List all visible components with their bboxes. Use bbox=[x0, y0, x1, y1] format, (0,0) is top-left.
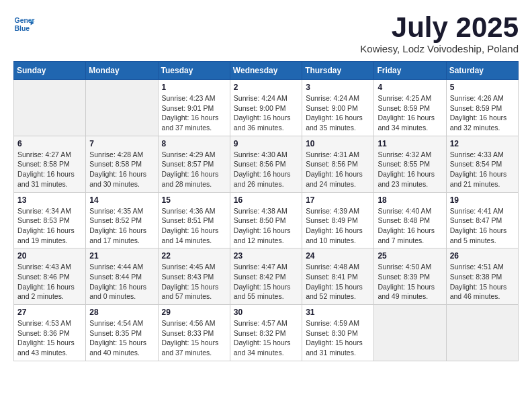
day-info: Sunrise: 4:44 AM Sunset: 8:44 PM Dayligh… bbox=[89, 262, 154, 302]
weekday-header-friday: Friday bbox=[374, 62, 446, 80]
title-block: July 2025 Kowiesy, Lodz Voivodeship, Pol… bbox=[360, 13, 519, 54]
day-number: 16 bbox=[234, 195, 298, 205]
svg-text:Blue: Blue bbox=[15, 25, 30, 32]
day-info: Sunrise: 4:24 AM Sunset: 9:00 PM Dayligh… bbox=[306, 93, 370, 133]
day-info: Sunrise: 4:59 AM Sunset: 8:30 PM Dayligh… bbox=[306, 318, 370, 358]
day-number: 8 bbox=[162, 139, 226, 148]
calendar-table: SundayMondayTuesdayWednesdayThursdayFrid… bbox=[13, 61, 519, 361]
calendar-week-row: 20Sunrise: 4:43 AM Sunset: 8:46 PM Dayli… bbox=[14, 248, 519, 305]
day-number: 11 bbox=[378, 139, 442, 148]
day-info: Sunrise: 4:54 AM Sunset: 8:35 PM Dayligh… bbox=[89, 318, 154, 358]
day-number: 5 bbox=[450, 83, 515, 92]
calendar-header: SundayMondayTuesdayWednesdayThursdayFrid… bbox=[14, 62, 519, 80]
day-info: Sunrise: 4:34 AM Sunset: 8:53 PM Dayligh… bbox=[17, 206, 82, 246]
calendar-cell: 12Sunrise: 4:33 AM Sunset: 8:54 PM Dayli… bbox=[446, 136, 518, 192]
day-number: 30 bbox=[234, 308, 298, 317]
day-info: Sunrise: 4:50 AM Sunset: 8:39 PM Dayligh… bbox=[378, 262, 442, 302]
day-number: 15 bbox=[162, 195, 226, 205]
calendar-cell: 9Sunrise: 4:30 AM Sunset: 8:56 PM Daylig… bbox=[230, 136, 302, 192]
calendar-cell: 11Sunrise: 4:32 AM Sunset: 8:55 PM Dayli… bbox=[374, 136, 446, 192]
day-info: Sunrise: 4:45 AM Sunset: 8:43 PM Dayligh… bbox=[162, 262, 226, 302]
day-info: Sunrise: 4:26 AM Sunset: 8:59 PM Dayligh… bbox=[450, 93, 515, 133]
weekday-header-saturday: Saturday bbox=[446, 62, 518, 80]
calendar-cell: 25Sunrise: 4:50 AM Sunset: 8:39 PM Dayli… bbox=[374, 248, 446, 305]
day-number: 22 bbox=[162, 251, 226, 261]
calendar-cell: 13Sunrise: 4:34 AM Sunset: 8:53 PM Dayli… bbox=[14, 192, 86, 248]
day-info: Sunrise: 4:33 AM Sunset: 8:54 PM Dayligh… bbox=[450, 150, 515, 189]
day-number: 1 bbox=[162, 83, 226, 92]
calendar-cell: 10Sunrise: 4:31 AM Sunset: 8:56 PM Dayli… bbox=[302, 136, 374, 192]
day-info: Sunrise: 4:36 AM Sunset: 8:51 PM Dayligh… bbox=[162, 206, 226, 246]
calendar-cell: 5Sunrise: 4:26 AM Sunset: 8:59 PM Daylig… bbox=[446, 80, 518, 136]
calendar-cell: 8Sunrise: 4:29 AM Sunset: 8:57 PM Daylig… bbox=[158, 136, 230, 192]
day-number: 17 bbox=[306, 195, 370, 205]
calendar-cell: 21Sunrise: 4:44 AM Sunset: 8:44 PM Dayli… bbox=[86, 248, 158, 305]
logo: General Blue bbox=[13, 13, 35, 35]
day-number: 6 bbox=[17, 139, 82, 148]
calendar-cell: 30Sunrise: 4:57 AM Sunset: 8:32 PM Dayli… bbox=[230, 305, 302, 361]
calendar-cell: 15Sunrise: 4:36 AM Sunset: 8:51 PM Dayli… bbox=[158, 192, 230, 248]
calendar-body: 1Sunrise: 4:23 AM Sunset: 9:01 PM Daylig… bbox=[14, 80, 519, 361]
weekday-header-sunday: Sunday bbox=[14, 62, 86, 80]
day-info: Sunrise: 4:53 AM Sunset: 8:36 PM Dayligh… bbox=[17, 318, 82, 358]
day-info: Sunrise: 4:29 AM Sunset: 8:57 PM Dayligh… bbox=[162, 150, 226, 189]
day-info: Sunrise: 4:25 AM Sunset: 8:59 PM Dayligh… bbox=[378, 93, 442, 133]
day-number: 10 bbox=[306, 139, 370, 148]
day-info: Sunrise: 4:24 AM Sunset: 9:00 PM Dayligh… bbox=[234, 93, 298, 133]
day-info: Sunrise: 4:23 AM Sunset: 9:01 PM Dayligh… bbox=[162, 93, 226, 133]
day-number: 27 bbox=[17, 308, 82, 317]
day-number: 13 bbox=[17, 195, 82, 205]
day-number: 7 bbox=[89, 139, 154, 148]
day-number: 29 bbox=[162, 308, 226, 317]
day-number: 2 bbox=[234, 83, 298, 92]
day-number: 26 bbox=[450, 251, 515, 261]
calendar-cell: 23Sunrise: 4:47 AM Sunset: 8:42 PM Dayli… bbox=[230, 248, 302, 305]
day-info: Sunrise: 4:51 AM Sunset: 8:38 PM Dayligh… bbox=[450, 262, 515, 302]
calendar-week-row: 1Sunrise: 4:23 AM Sunset: 9:01 PM Daylig… bbox=[14, 80, 519, 136]
calendar-cell bbox=[86, 80, 158, 136]
calendar-cell: 20Sunrise: 4:43 AM Sunset: 8:46 PM Dayli… bbox=[14, 248, 86, 305]
calendar-week-row: 27Sunrise: 4:53 AM Sunset: 8:36 PM Dayli… bbox=[14, 305, 519, 361]
day-info: Sunrise: 4:32 AM Sunset: 8:55 PM Dayligh… bbox=[378, 150, 442, 189]
page-header: General Blue July 2025 Kowiesy, Lodz Voi… bbox=[13, 13, 519, 54]
day-number: 12 bbox=[450, 139, 515, 148]
day-number: 19 bbox=[450, 195, 515, 205]
calendar-week-row: 6Sunrise: 4:27 AM Sunset: 8:58 PM Daylig… bbox=[14, 136, 519, 192]
day-info: Sunrise: 4:41 AM Sunset: 8:47 PM Dayligh… bbox=[450, 206, 515, 246]
weekday-header-tuesday: Tuesday bbox=[158, 62, 230, 80]
calendar-cell bbox=[14, 80, 86, 136]
day-info: Sunrise: 4:40 AM Sunset: 8:48 PM Dayligh… bbox=[378, 206, 442, 246]
day-number: 4 bbox=[378, 83, 442, 92]
calendar-cell: 7Sunrise: 4:28 AM Sunset: 8:58 PM Daylig… bbox=[86, 136, 158, 192]
calendar-cell: 22Sunrise: 4:45 AM Sunset: 8:43 PM Dayli… bbox=[158, 248, 230, 305]
calendar-cell: 6Sunrise: 4:27 AM Sunset: 8:58 PM Daylig… bbox=[14, 136, 86, 192]
day-number: 28 bbox=[89, 308, 154, 317]
calendar-cell: 1Sunrise: 4:23 AM Sunset: 9:01 PM Daylig… bbox=[158, 80, 230, 136]
calendar-cell: 29Sunrise: 4:56 AM Sunset: 8:33 PM Dayli… bbox=[158, 305, 230, 361]
day-info: Sunrise: 4:31 AM Sunset: 8:56 PM Dayligh… bbox=[306, 150, 370, 189]
day-number: 21 bbox=[89, 251, 154, 261]
day-info: Sunrise: 4:38 AM Sunset: 8:50 PM Dayligh… bbox=[234, 206, 298, 246]
logo-icon: General Blue bbox=[13, 13, 35, 35]
weekday-header-thursday: Thursday bbox=[302, 62, 374, 80]
day-info: Sunrise: 4:39 AM Sunset: 8:49 PM Dayligh… bbox=[306, 206, 370, 246]
calendar-cell: 14Sunrise: 4:35 AM Sunset: 8:52 PM Dayli… bbox=[86, 192, 158, 248]
location-subtitle: Kowiesy, Lodz Voivodeship, Poland bbox=[360, 43, 519, 54]
day-number: 9 bbox=[234, 139, 298, 148]
calendar-cell: 31Sunrise: 4:59 AM Sunset: 8:30 PM Dayli… bbox=[302, 305, 374, 361]
calendar-cell: 28Sunrise: 4:54 AM Sunset: 8:35 PM Dayli… bbox=[86, 305, 158, 361]
weekday-header-row: SundayMondayTuesdayWednesdayThursdayFrid… bbox=[14, 62, 519, 80]
day-info: Sunrise: 4:30 AM Sunset: 8:56 PM Dayligh… bbox=[234, 150, 298, 189]
calendar-cell: 19Sunrise: 4:41 AM Sunset: 8:47 PM Dayli… bbox=[446, 192, 518, 248]
day-info: Sunrise: 4:27 AM Sunset: 8:58 PM Dayligh… bbox=[17, 150, 82, 189]
day-info: Sunrise: 4:56 AM Sunset: 8:33 PM Dayligh… bbox=[162, 318, 226, 358]
calendar-cell: 26Sunrise: 4:51 AM Sunset: 8:38 PM Dayli… bbox=[446, 248, 518, 305]
calendar-cell bbox=[374, 305, 446, 361]
calendar-cell: 3Sunrise: 4:24 AM Sunset: 9:00 PM Daylig… bbox=[302, 80, 374, 136]
day-number: 14 bbox=[89, 195, 154, 205]
day-info: Sunrise: 4:28 AM Sunset: 8:58 PM Dayligh… bbox=[89, 150, 154, 189]
calendar-week-row: 13Sunrise: 4:34 AM Sunset: 8:53 PM Dayli… bbox=[14, 192, 519, 248]
day-info: Sunrise: 4:48 AM Sunset: 8:41 PM Dayligh… bbox=[306, 262, 370, 302]
day-number: 3 bbox=[306, 83, 370, 92]
calendar-cell: 27Sunrise: 4:53 AM Sunset: 8:36 PM Dayli… bbox=[14, 305, 86, 361]
